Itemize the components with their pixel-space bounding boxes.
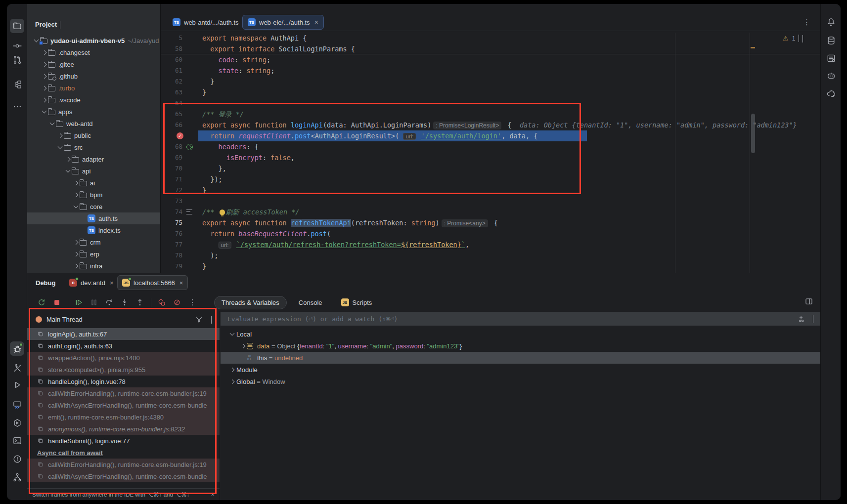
variable-row[interactable]: Local bbox=[221, 328, 820, 340]
code-line-74[interactable]: 74/** 刷新 accessToken */ bbox=[161, 207, 820, 217]
resume-icon[interactable] bbox=[73, 297, 84, 308]
tool-problems-icon[interactable] bbox=[10, 452, 24, 466]
run-tab-localhost-5666[interactable]: JSlocalhost:5666× bbox=[117, 275, 188, 290]
tool-ai-assistant-icon[interactable] bbox=[824, 68, 838, 83]
mute-breakpoints-icon[interactable] bbox=[172, 297, 182, 308]
tool-commit-icon[interactable] bbox=[10, 39, 24, 53]
tool-pull-requests-icon[interactable] bbox=[10, 52, 24, 67]
code-line-77[interactable]: 77 url: `/system/auth/refresh-token?refr… bbox=[161, 239, 820, 250]
variable-row[interactable]: data = Object {tenantId: "1", username: … bbox=[221, 340, 820, 352]
code-line-71[interactable]: 71 }); bbox=[161, 174, 820, 185]
tree-item-.vscode[interactable]: .vscode bbox=[27, 94, 160, 106]
line-number[interactable]: 78 bbox=[161, 250, 186, 261]
more-icon[interactable] bbox=[187, 297, 198, 308]
tool-cloud-icon[interactable] bbox=[824, 86, 838, 100]
chevron-right-icon[interactable] bbox=[40, 98, 48, 102]
line-number[interactable]: 73 bbox=[161, 196, 186, 207]
variable-row[interactable]: 1001this = undefined bbox=[221, 352, 820, 364]
editor-tab-web-ele-...-auth.ts[interactable]: TSweb-ele/.../auth.ts× bbox=[242, 15, 324, 30]
tree-item-core[interactable]: core bbox=[27, 201, 160, 212]
chevron-right-icon[interactable] bbox=[72, 252, 80, 256]
tree-item-yudao-ui-admin-vben-v5[interactable]: yudao-ui-admin-vben-v5~/Java/yud bbox=[27, 35, 160, 46]
tool-build-icon[interactable] bbox=[10, 361, 24, 375]
stack-frame[interactable]: store.<computed>(), pinia.mjs:955 bbox=[27, 364, 220, 376]
run-tab-dev-antd[interactable]: ndev:antd× bbox=[65, 275, 118, 290]
async-frame-gutter-icon[interactable] bbox=[186, 141, 198, 152]
line-number[interactable]: 77 bbox=[161, 239, 186, 250]
tree-item-bpm[interactable]: bpm bbox=[27, 189, 160, 201]
step-over-icon[interactable] bbox=[104, 297, 115, 308]
stack-frame[interactable]: authLogin(), auth.ts:63 bbox=[27, 340, 220, 352]
thread-selector[interactable]: Main Thread bbox=[27, 313, 220, 326]
code-line-73[interactable]: 73 bbox=[161, 196, 820, 207]
stack-frame[interactable]: wrappedAction(), pinia.mjs:1400 bbox=[27, 352, 220, 364]
stack-frame[interactable]: handleSubmit(), login.vue:77 bbox=[27, 435, 220, 447]
line-number[interactable]: 69 bbox=[161, 152, 186, 163]
code-line-70[interactable]: 70 }, bbox=[161, 163, 820, 174]
tool-remote-icon[interactable] bbox=[10, 397, 24, 412]
tree-item-web-antd[interactable]: web-antd bbox=[27, 118, 160, 129]
tool-database-icon[interactable] bbox=[824, 33, 838, 47]
code-line-5[interactable]: 5export namespace AuthApi { bbox=[161, 33, 820, 43]
chevron-right-icon[interactable] bbox=[72, 193, 80, 197]
debug-view-tab-scripts[interactable]: JSScripts bbox=[334, 296, 379, 309]
code-line-67[interactable]: ✓ return requestClient.post<AuthApi.Logi… bbox=[161, 130, 820, 141]
tree-item-erp[interactable]: erp bbox=[27, 248, 160, 260]
line-number[interactable]: 62 bbox=[161, 76, 186, 87]
pause-icon[interactable] bbox=[89, 297, 99, 308]
rerun-icon[interactable] bbox=[36, 297, 47, 308]
code-line-60[interactable]: 60 code: string; bbox=[161, 54, 820, 65]
tree-item-infra[interactable]: infra bbox=[27, 260, 160, 272]
tree-item-apps[interactable]: apps bbox=[27, 106, 160, 118]
debug-view-tab-console[interactable]: Console bbox=[292, 296, 329, 309]
stack-frame[interactable]: emit(), runtime-core.esm-bundler.js:4380 bbox=[27, 411, 220, 423]
chevron-down-icon[interactable] bbox=[40, 111, 48, 113]
line-number[interactable]: 65 bbox=[161, 109, 186, 120]
project-panel-header[interactable]: Project bbox=[35, 21, 60, 28]
code-line-62[interactable]: 62 } bbox=[161, 76, 820, 87]
debug-view-tab-threads-variables[interactable]: Threads & Variables bbox=[214, 296, 287, 309]
stack-frame[interactable]: callWithErrorHandling(), runtime-core.es… bbox=[27, 387, 220, 399]
evaluate-expression-input[interactable]: Evaluate expression (⏎) or add a watch (… bbox=[221, 312, 820, 326]
chevron-down-icon[interactable] bbox=[211, 316, 212, 323]
tree-item-crm[interactable]: crm bbox=[27, 236, 160, 248]
stack-frame[interactable]: handleLogin(), login.vue:78 bbox=[27, 376, 220, 387]
line-number[interactable]: 76 bbox=[161, 228, 186, 239]
tool-vcs-icon[interactable] bbox=[10, 470, 24, 484]
chevron-down-icon[interactable] bbox=[813, 315, 813, 323]
code-line-63[interactable]: 63} bbox=[161, 87, 820, 98]
tree-item-ai[interactable]: ai bbox=[27, 177, 160, 189]
tool-more-icon[interactable] bbox=[10, 99, 24, 114]
chevron-down-icon[interactable] bbox=[56, 146, 64, 148]
tree-item-adapter[interactable]: adapter bbox=[27, 153, 160, 165]
chevron-down-icon[interactable] bbox=[227, 333, 236, 335]
breakpoint-gutter[interactable]: ✓ bbox=[161, 130, 186, 141]
chevron-right-icon[interactable] bbox=[56, 134, 64, 137]
stack-frame[interactable]: anonymous(), runtime-core.esm-bundler.js… bbox=[27, 423, 220, 435]
variable-row[interactable]: Global = Window bbox=[221, 376, 820, 387]
filter-icon[interactable] bbox=[195, 315, 203, 324]
view-breakpoints-icon[interactable] bbox=[156, 297, 167, 308]
code-line-72[interactable]: 72} bbox=[161, 185, 820, 196]
code-line-61[interactable]: 61 state: string; bbox=[161, 65, 820, 76]
tool-notifications-icon[interactable] bbox=[824, 15, 838, 29]
tree-item-index.ts[interactable]: TSindex.ts bbox=[27, 224, 160, 236]
code-line-79[interactable]: 79} bbox=[161, 261, 820, 272]
layout-settings-icon[interactable] bbox=[804, 297, 813, 306]
line-number[interactable]: 5 bbox=[161, 33, 186, 43]
line-number[interactable]: 58 bbox=[161, 43, 186, 54]
intention-gutter-icon[interactable] bbox=[186, 207, 198, 217]
line-number[interactable]: 63 bbox=[161, 87, 186, 98]
chevron-right-icon[interactable] bbox=[64, 158, 72, 161]
tree-item-.github[interactable]: .github bbox=[27, 70, 160, 82]
add-watch-icon[interactable] bbox=[798, 315, 806, 323]
code-line-78[interactable]: 78 ); bbox=[161, 250, 820, 261]
line-number[interactable]: 61 bbox=[161, 65, 186, 76]
chevron-down-icon[interactable] bbox=[72, 206, 80, 208]
line-number[interactable]: 64 bbox=[161, 98, 186, 109]
chevron-right-icon[interactable] bbox=[40, 51, 48, 54]
tree-item-public[interactable]: public bbox=[27, 129, 160, 141]
line-number[interactable]: 75 bbox=[161, 217, 186, 228]
intention-bulb-icon[interactable] bbox=[220, 210, 225, 215]
line-number[interactable]: 70 bbox=[161, 163, 186, 174]
